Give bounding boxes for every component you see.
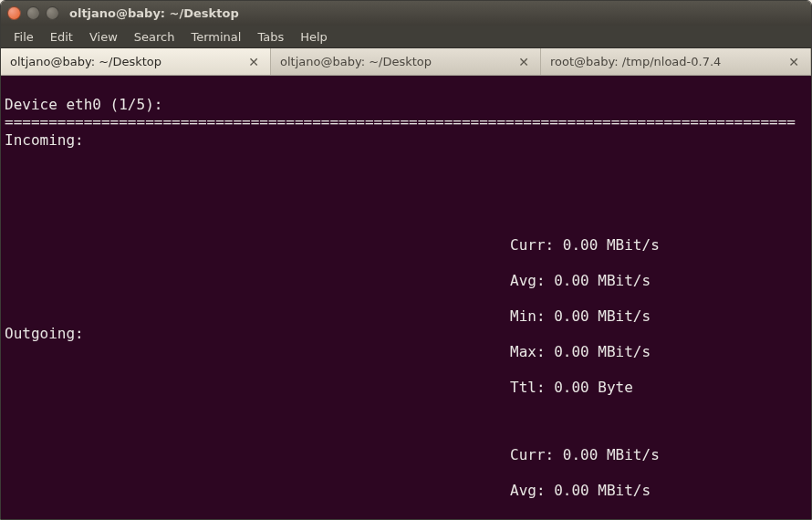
menu-search[interactable]: Search [127, 27, 182, 47]
device-line: Device eth0 (1/5): [5, 96, 162, 113]
stat-avg: Avg: 0.00 MBit/s [510, 272, 660, 290]
stat-ttl: Ttl: 0.00 Byte [510, 379, 660, 397]
tab-1[interactable]: oltjano@baby: ~/Desktop ✕ [1, 48, 271, 75]
tab-2[interactable]: oltjano@baby: ~/Desktop ✕ [271, 48, 541, 75]
incoming-stats: Curr: 0.00 MBit/s Avg: 0.00 MBit/s Min: … [510, 218, 660, 414]
terminal-window: oltjano@baby: ~/Desktop File Edit View S… [0, 0, 812, 520]
close-icon[interactable]: ✕ [516, 55, 531, 69]
menu-edit[interactable]: Edit [43, 27, 80, 47]
stat-min: Min: 0.00 MBit/s [510, 307, 660, 326]
menu-tabs[interactable]: Tabs [250, 27, 291, 47]
close-icon[interactable]: ✕ [246, 55, 261, 69]
outgoing-stats: Curr: 0.00 MBit/s Avg: 0.00 MBit/s Min: … [510, 428, 660, 519]
stat-curr: Curr: 0.00 MBit/s [510, 236, 660, 255]
tab-label: oltjano@baby: ~/Desktop [10, 55, 161, 68]
titlebar[interactable]: oltjano@baby: ~/Desktop [1, 1, 811, 26]
close-icon[interactable] [7, 6, 21, 20]
stat-curr: Curr: 0.00 MBit/s [510, 446, 660, 464]
stat-max: Max: 0.00 MBit/s [510, 343, 660, 361]
menubar: File Edit View Search Terminal Tabs Help [1, 26, 811, 48]
terminal-output[interactable]: Device eth0 (1/5): =====================… [1, 76, 811, 519]
stat-avg: Avg: 0.00 MBit/s [510, 482, 660, 500]
menu-help[interactable]: Help [293, 27, 335, 47]
tabbar: oltjano@baby: ~/Desktop ✕ oltjano@baby: … [1, 48, 811, 76]
window-title: oltjano@baby: ~/Desktop [66, 6, 239, 20]
tab-3[interactable]: root@baby: /tmp/nload-0.7.4 ✕ [541, 48, 811, 75]
tab-label: oltjano@baby: ~/Desktop [280, 55, 432, 68]
tab-label: root@baby: /tmp/nload-0.7.4 [550, 55, 721, 68]
window-buttons [7, 6, 59, 20]
menu-terminal[interactable]: Terminal [183, 27, 248, 47]
menu-view[interactable]: View [82, 27, 125, 47]
outgoing-label: Outgoing: [5, 325, 84, 343]
stat-min: Min: 0.00 MBit/s [510, 517, 660, 520]
maximize-icon[interactable] [46, 6, 59, 20]
minimize-icon[interactable] [26, 6, 40, 20]
incoming-label: Incoming: [5, 131, 84, 149]
menu-file[interactable]: File [6, 27, 41, 47]
close-icon[interactable]: ✕ [786, 55, 801, 69]
separator-line: ========================================… [5, 113, 796, 130]
